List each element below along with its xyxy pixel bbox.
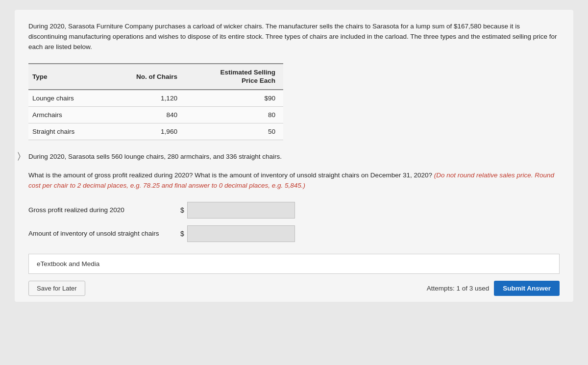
gross-profit-label: Gross profit realized during 2020 (28, 206, 180, 214)
intro-paragraph: During 2020, Sarasota Furniture Company … (28, 22, 560, 52)
row-arm-type: Armchairs (28, 106, 108, 123)
inventory-input[interactable] (187, 225, 295, 242)
row-arm-price: 80 (185, 106, 283, 123)
footer-bar: Save for Later Attempts: 1 of 3 used Sub… (28, 276, 560, 302)
question-paragraph: What is the amount of gross profit reali… (28, 170, 560, 191)
submit-answer-button[interactable]: Submit Answer (494, 281, 560, 296)
row-straight-chairs: 1,960 (108, 123, 185, 140)
footer-right: Attempts: 1 of 3 used Submit Answer (427, 281, 560, 296)
table-row: Lounge chairs 1,120 $90 (28, 90, 283, 107)
row-straight-price: 50 (185, 123, 283, 140)
row-lounge-price: $90 (185, 90, 283, 107)
chairs-table: Type No. of Chairs Estimated Selling Pri… (28, 63, 283, 140)
answer-section: Gross profit realized during 2020 $ Amou… (28, 202, 560, 242)
table-section: Type No. of Chairs Estimated Selling Pri… (28, 63, 560, 140)
inventory-label: Amount of inventory of unsold straight c… (28, 230, 180, 237)
table-row: Armchairs 840 80 (28, 106, 283, 123)
etextbook-label: eTextbook and Media (37, 260, 99, 268)
col-header-no-chairs: No. of Chairs (108, 64, 185, 90)
row-straight-type: Straight chairs (28, 123, 108, 140)
save-later-button[interactable]: Save for Later (28, 281, 85, 296)
second-paragraph: During 2020, Sarasota sells 560 lounge c… (28, 152, 560, 162)
question-main-text: What is the amount of gross profit reali… (28, 171, 432, 179)
row-lounge-chairs: 1,120 (108, 90, 185, 107)
gross-profit-dollar: $ (180, 206, 184, 214)
page-container: 〉 During 2020, Sarasota Furniture Compan… (15, 10, 573, 302)
attempts-text: Attempts: 1 of 3 used (427, 285, 490, 292)
inventory-dollar: $ (180, 230, 184, 238)
etextbook-section[interactable]: eTextbook and Media (28, 254, 560, 274)
table-row: Straight chairs 1,960 50 (28, 123, 283, 140)
gross-profit-row: Gross profit realized during 2020 $ (28, 202, 560, 219)
gross-profit-input[interactable] (187, 202, 295, 219)
col-header-type: Type (28, 64, 108, 90)
row-arm-chairs: 840 (108, 106, 185, 123)
row-lounge-type: Lounge chairs (28, 90, 108, 107)
col-header-estimated-price: Estimated Selling Price Each (185, 64, 283, 90)
inventory-row: Amount of inventory of unsold straight c… (28, 225, 560, 242)
nav-arrow[interactable]: 〉 (18, 150, 21, 161)
